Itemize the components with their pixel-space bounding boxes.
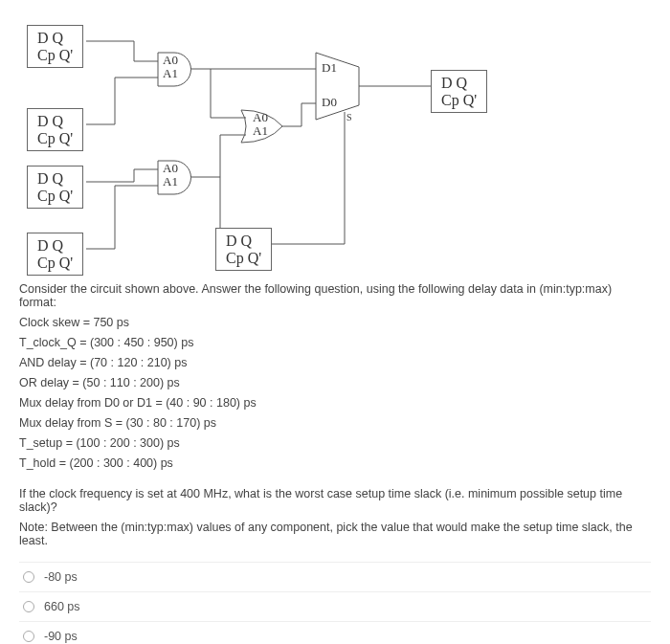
flipflop-4: D Q Cp Q' [27,233,83,276]
t-clock-q: T_clock_Q = (300 : 450 : 950) ps [19,336,651,349]
and2-a1-label: A1 [163,175,178,188]
option-label: 660 ps [44,600,80,613]
question-note: Note: Between the (min:typ:max) values o… [19,521,651,547]
circuit-diagram: D Q Cp Q' D Q Cp Q' D Q Cp Q' D Q Cp Q' … [19,10,651,268]
question-block: If the clock frequency is set at 400 MHz… [19,487,651,547]
mux-d-delay: Mux delay from D0 or D1 = (40 : 90 : 180… [19,396,651,410]
t-hold: T_hold = (200 : 300 : 400) ps [19,456,651,470]
radio-icon [23,631,34,642]
and1-a0-label: A0 [163,54,178,66]
flipflop-1: D Q Cp Q' [27,25,83,68]
option-label: -90 ps [44,630,78,643]
or-a0-label: A0 [253,111,268,123]
option-label: -80 ps [44,570,78,584]
problem-data: Consider the circuit shown above. Answer… [19,282,651,470]
mux-d0-label: D0 [322,96,337,108]
radio-icon [23,571,34,583]
or-a1-label: A1 [253,124,268,137]
and2-a0-label: A0 [163,162,178,174]
or-delay: OR delay = (50 : 110 : 200) ps [19,376,651,389]
and-delay: AND delay = (70 : 120 : 210) ps [19,356,651,369]
circuit-wires [19,10,651,268]
option-1[interactable]: 660 ps [19,592,651,622]
intro-text: Consider the circuit shown above. Answer… [19,282,651,309]
flipflop-3: D Q Cp Q' [27,166,83,209]
option-2[interactable]: -90 ps [19,622,651,644]
flipflop-2: D Q Cp Q' [27,108,83,151]
question-text: If the clock frequency is set at 400 MHz… [19,487,651,514]
radio-icon [23,601,34,612]
answer-options: -80 ps 660 ps -90 ps 90 ps 80 ps [19,562,651,644]
clock-skew: Clock skew = 750 ps [19,316,651,329]
mux-s-label: S [346,113,352,122]
mux-d1-label: D1 [322,61,337,74]
t-setup: T_setup = (100 : 200 : 300) ps [19,436,651,450]
and1-a1-label: A1 [163,67,178,79]
flipflop-6: D Q Cp Q' [431,70,487,113]
flipflop-5: D Q Cp Q' [215,228,272,271]
option-0[interactable]: -80 ps [19,563,651,592]
mux-s-delay: Mux delay from S = (30 : 80 : 170) ps [19,416,651,430]
